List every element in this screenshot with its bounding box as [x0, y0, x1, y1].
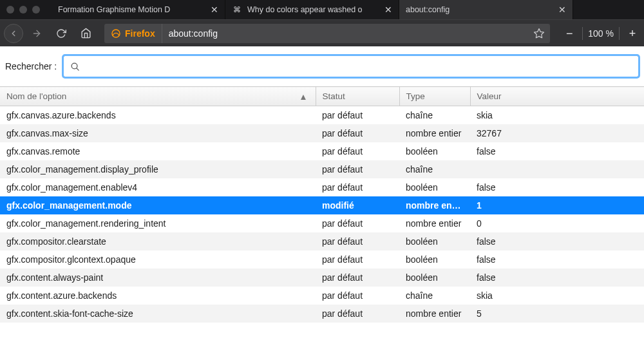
pref-row[interactable]: gfx.content.always-paintpar défautboolée… — [0, 269, 644, 287]
table-header-row: Nom de l'option ▲ Statut Type Valeur — [0, 87, 644, 106]
tab-favicon: ⌘ — [232, 5, 242, 15]
column-header-label: Type — [406, 91, 425, 101]
pref-cell-name: gfx.color_management.rendering_intent — [0, 214, 316, 232]
pref-cell-type: nombre entier — [399, 124, 470, 142]
pref-cell-value: false — [470, 269, 644, 287]
pref-cell-value: 32767 — [470, 124, 644, 142]
pref-cell-type: nombre entier — [399, 214, 470, 232]
column-header-label: Valeur — [477, 91, 502, 101]
search-box[interactable] — [63, 55, 639, 77]
close-window-icon[interactable] — [6, 6, 14, 14]
zoom-controls: − 100 % + — [558, 27, 640, 40]
separator — [582, 27, 583, 40]
pref-cell-value: false — [470, 250, 644, 269]
pref-cell-status: par défaut — [316, 124, 399, 142]
search-icon — [70, 62, 80, 71]
svg-marker-2 — [535, 28, 544, 37]
tab-close-icon[interactable]: ✕ — [211, 5, 218, 15]
tab-close-icon[interactable]: ✕ — [384, 5, 392, 15]
pref-cell-type: chaîne — [399, 287, 470, 305]
pref-row[interactable]: gfx.compositor.glcontext.opaquepar défau… — [0, 250, 644, 269]
pref-row[interactable]: gfx.canvas.max-sizepar défautnombre enti… — [0, 124, 644, 142]
window-controls — [6, 6, 52, 14]
pref-row[interactable]: gfx.canvas.azure.backendspar défautchaîn… — [0, 106, 644, 125]
window-titlebar: Formation Graphisme Motion D✕⌘Why do col… — [0, 0, 644, 19]
pref-cell-status: par défaut — [316, 305, 399, 323]
pref-cell-type: nombre entier — [399, 305, 470, 323]
pref-cell-status: par défaut — [316, 232, 399, 250]
maximize-window-icon[interactable] — [32, 6, 40, 14]
pref-cell-name: gfx.canvas.remote — [0, 142, 316, 160]
column-header-value[interactable]: Valeur — [470, 87, 644, 106]
pref-cell-status: par défaut — [316, 160, 399, 178]
pref-cell-value: 1 — [470, 196, 644, 214]
pref-cell-value: skia — [470, 287, 644, 305]
pref-cell-type: booléen — [399, 178, 470, 196]
zoom-out-button[interactable]: − — [562, 28, 577, 39]
pref-cell-value: 0 — [470, 214, 644, 232]
firefox-icon — [111, 28, 121, 39]
pref-row[interactable]: gfx.canvas.remotepar défautbooléenfalse — [0, 142, 644, 160]
pref-cell-status: par défaut — [316, 269, 399, 287]
pref-row[interactable]: gfx.color_management.enablev4par défautb… — [0, 178, 644, 196]
pref-cell-type: booléen — [399, 232, 470, 250]
identity-box[interactable]: Firefox — [104, 24, 162, 43]
forward-button[interactable] — [26, 24, 48, 43]
pref-cell-status: par défaut — [316, 106, 399, 125]
pref-cell-name: gfx.color_management.display_profile — [0, 160, 316, 178]
pref-cell-name: gfx.content.azure.backends — [0, 287, 316, 305]
navigation-toolbar: Firefox about:config − 100 % + — [0, 19, 644, 46]
pref-cell-type: booléen — [399, 142, 470, 160]
pref-cell-type: booléen — [399, 269, 470, 287]
column-header-label: Nom de l'option — [6, 91, 66, 101]
zoom-in-button[interactable]: + — [625, 28, 640, 39]
search-input[interactable] — [85, 61, 632, 71]
pref-row[interactable]: gfx.color_management.rendering_intentpar… — [0, 214, 644, 232]
sort-indicator-icon: ▲ — [299, 91, 307, 101]
pref-row[interactable]: gfx.color_management.display_profilepar … — [0, 160, 644, 178]
preferences-table: Nom de l'option ▲ Statut Type Valeur gfx… — [0, 86, 644, 349]
column-header-type[interactable]: Type — [399, 87, 470, 106]
bookmark-star-icon[interactable] — [533, 28, 545, 39]
column-header-status[interactable]: Statut — [316, 87, 399, 106]
tab-close-icon[interactable]: ✕ — [558, 5, 566, 15]
pref-row[interactable]: gfx.compositor.clearstatepar défautboolé… — [0, 232, 644, 250]
pref-row[interactable]: gfx.color_management.modemodifiénombre e… — [0, 196, 644, 214]
column-header-label: Statut — [323, 91, 345, 101]
reload-button[interactable] — [50, 24, 72, 43]
pref-cell-type: booléen — [399, 250, 470, 269]
pref-cell-type: chaîne — [399, 160, 470, 178]
pref-cell-type: chaîne — [399, 106, 470, 125]
home-button[interactable] — [75, 24, 97, 43]
separator — [619, 27, 620, 40]
back-button[interactable] — [4, 24, 23, 43]
url-bar[interactable]: Firefox about:config — [104, 24, 550, 43]
tabstrip: Formation Graphisme Motion D✕⌘Why do col… — [52, 0, 644, 19]
browser-tab[interactable]: about:config✕ — [399, 0, 573, 19]
pref-cell-value — [470, 160, 644, 178]
pref-cell-value: false — [470, 178, 644, 196]
browser-tab[interactable]: ⌘Why do colors appear washed o✕ — [225, 0, 399, 19]
pref-cell-name: gfx.content.skia-font-cache-size — [0, 305, 316, 323]
pref-cell-status: par défaut — [316, 142, 399, 160]
minimize-window-icon[interactable] — [19, 6, 27, 14]
pref-cell-name: gfx.canvas.max-size — [0, 124, 316, 142]
pref-cell-name: gfx.content.always-paint — [0, 269, 316, 287]
pref-row[interactable]: gfx.content.azure.backendspar défautchaî… — [0, 287, 644, 305]
column-header-name[interactable]: Nom de l'option ▲ — [0, 87, 316, 106]
tab-title: Formation Graphisme Motion D — [58, 5, 205, 14]
identity-label: Firefox — [125, 28, 155, 39]
pref-cell-name: gfx.canvas.azure.backends — [0, 106, 316, 125]
about-config-content: Rechercher : Nom de l'option ▲ Statut Ty… — [0, 46, 644, 349]
zoom-level[interactable]: 100 % — [588, 28, 614, 39]
pref-row[interactable]: gfx.content.skia-font-cache-sizepar défa… — [0, 305, 644, 323]
tab-title: Why do colors appear washed o — [247, 5, 379, 14]
pref-cell-value: 5 — [470, 305, 644, 323]
pref-cell-name: gfx.compositor.clearstate — [0, 232, 316, 250]
pref-cell-name: gfx.compositor.glcontext.opaque — [0, 250, 316, 269]
pref-cell-status: par défaut — [316, 287, 399, 305]
browser-tab[interactable]: Formation Graphisme Motion D✕ — [52, 0, 225, 19]
search-row: Rechercher : — [0, 46, 644, 86]
tab-title: about:config — [406, 5, 553, 14]
url-text[interactable]: about:config — [162, 28, 534, 39]
